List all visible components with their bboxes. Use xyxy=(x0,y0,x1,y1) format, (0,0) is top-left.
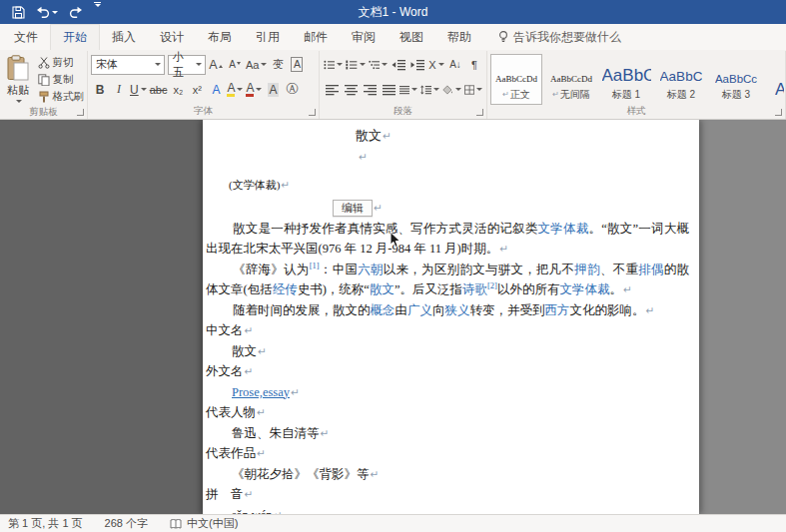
tab-home[interactable]: 开始 xyxy=(50,24,100,50)
text-run[interactable]: ”。后又泛指 xyxy=(394,282,462,296)
page-indicator[interactable]: 第 1 页, 共 1 页 xyxy=(8,516,83,531)
shading-button[interactable] xyxy=(441,79,461,100)
bullets-button[interactable] xyxy=(323,54,344,75)
hyperlink[interactable]: 诗歌 xyxy=(462,282,487,296)
hyperlink[interactable]: 文学体裁 xyxy=(538,222,589,236)
undo-button[interactable] xyxy=(32,2,62,22)
text-run[interactable]: 史书)，统称“ xyxy=(298,282,370,296)
tab-review[interactable]: 审阅 xyxy=(340,24,388,50)
text-run[interactable]: 代表作品 xyxy=(206,446,256,460)
document-page[interactable]: 散文↵↵(文学体裁)↵编辑↵散文是一种抒发作者真情实感、写作方式灵活的记叙类文学… xyxy=(203,120,699,514)
doc-line[interactable]: ↵ xyxy=(358,147,689,168)
text-run[interactable]: 《朝花夕拾》《背影》等 xyxy=(232,467,370,481)
grow-font-button[interactable]: A xyxy=(207,54,225,75)
text-run[interactable]: 散文 xyxy=(356,128,382,143)
hyperlink[interactable]: 散文 xyxy=(370,282,394,296)
increase-indent-button[interactable] xyxy=(408,54,426,75)
styles-dialog-launcher-icon[interactable] xyxy=(775,109,782,116)
hyperlink[interactable]: 广义 xyxy=(407,303,432,317)
text-run[interactable]: 以来，为区别韵文与骈文，把凡不 xyxy=(384,263,575,276)
tab-mailings[interactable]: 邮件 xyxy=(292,24,340,50)
paragraph-dialog-launcher-icon[interactable] xyxy=(476,109,483,116)
hyperlink[interactable]: Prose,essay xyxy=(232,385,290,399)
text-run[interactable]: 以外的所有 xyxy=(497,282,560,296)
justify-button[interactable] xyxy=(380,79,397,100)
tab-references[interactable]: 引用 xyxy=(244,24,292,50)
edit-button[interactable]: 编辑 xyxy=(333,200,373,217)
tab-layout[interactable]: 布局 xyxy=(196,24,244,50)
hyperlink[interactable]: [1] xyxy=(310,260,320,269)
strikethrough-button[interactable]: abc xyxy=(149,79,169,100)
text-run[interactable]: 散文 xyxy=(232,344,257,358)
tab-design[interactable]: 设计 xyxy=(148,24,196,50)
bold-button[interactable]: B xyxy=(91,79,109,100)
sort-button[interactable]: A↓ xyxy=(446,54,464,75)
doc-value[interactable]: Prose,essay↵ xyxy=(232,382,689,403)
style-card-heading1[interactable]: AaBbC标题 1 xyxy=(600,54,652,105)
cut-button[interactable]: 剪切 xyxy=(36,54,87,71)
numbering-button[interactable] xyxy=(345,54,366,75)
font-color-button[interactable]: A xyxy=(245,79,263,100)
line-spacing-button[interactable] xyxy=(419,79,440,100)
hyperlink[interactable]: 概念 xyxy=(371,303,395,317)
text-run[interactable]: 。 xyxy=(609,282,622,296)
style-card-heading2[interactable]: AaBbC标题 2 xyxy=(655,54,707,105)
borders-button[interactable] xyxy=(463,79,483,100)
clipboard-dialog-launcher-icon[interactable] xyxy=(77,109,84,116)
save-button[interactable] xyxy=(8,2,29,22)
doc-subtitle[interactable]: (文学体裁)↵ xyxy=(229,175,689,196)
hyperlink[interactable]: 狭义 xyxy=(445,303,470,317)
word-count[interactable]: 268 个字 xyxy=(105,516,148,531)
text-effects-button[interactable]: A xyxy=(207,79,225,100)
text-run[interactable]: 随着时间的发展，散文的 xyxy=(233,303,371,317)
style-card-normal[interactable]: AaBbCcDd↵正文 xyxy=(490,54,542,105)
doc-value[interactable]: 散文↵ xyxy=(232,341,689,362)
shrink-font-button[interactable]: A xyxy=(226,54,244,75)
doc-label[interactable]: 外文名↵ xyxy=(206,361,689,382)
phonetic-guide-button[interactable]: 变 xyxy=(269,54,287,75)
text-run[interactable]: 向 xyxy=(432,303,445,317)
align-left-button[interactable] xyxy=(323,79,341,100)
decrease-indent-button[interactable] xyxy=(390,54,407,75)
change-case-button[interactable]: Aa xyxy=(245,54,268,75)
text-run[interactable]: 转变，并受到 xyxy=(470,303,545,317)
text-run[interactable]: 中文名 xyxy=(206,323,244,337)
tab-help[interactable]: 帮助 xyxy=(435,24,483,50)
align-center-button[interactable] xyxy=(342,79,360,100)
style-card-partial[interactable]: AaB xyxy=(765,54,784,105)
doc-label[interactable]: 代表作品↵ xyxy=(206,443,689,464)
tab-view[interactable]: 视图 xyxy=(388,24,435,50)
character-shading-button[interactable]: A xyxy=(264,79,282,100)
text-run[interactable]: 由 xyxy=(395,303,408,317)
multilevel-list-button[interactable] xyxy=(368,54,389,75)
show-marks-button[interactable]: ¶ xyxy=(465,54,483,75)
copy-button[interactable]: 复制 xyxy=(36,71,87,88)
enclose-characters-button[interactable]: Ⓐ xyxy=(283,79,301,100)
text-run[interactable]: 文化的影响。 xyxy=(570,303,645,317)
text-run[interactable]: 鲁迅、朱自清等 xyxy=(232,426,320,440)
doc-para[interactable]: 随着时间的发展，散文的概念由广义向狭义转变，并受到西方文化的影响。↵ xyxy=(206,300,689,321)
distribute-button[interactable] xyxy=(398,79,418,100)
font-family-select[interactable]: 宋体 xyxy=(91,55,165,75)
customize-qat-button[interactable] xyxy=(90,2,105,22)
text-run[interactable]: 外文名 xyxy=(206,364,244,378)
text-run[interactable]: ：中国 xyxy=(320,263,359,276)
doc-para[interactable]: 《辞海》认为[1]：中国六朝以来，为区别韵文与骈文，把凡不押韵、不重排偶的散体文… xyxy=(206,260,689,300)
tab-file[interactable]: 文件 xyxy=(2,24,50,50)
paste-button[interactable]: 粘贴 xyxy=(3,53,34,105)
hyperlink[interactable]: 文学体裁 xyxy=(559,282,609,296)
doc-para[interactable]: 散文是一种抒发作者真情实感、写作方式灵活的记叙类文学体裁。“散文”一词大概出现在… xyxy=(206,219,689,260)
underline-button[interactable]: U xyxy=(129,79,148,100)
language-indicator[interactable]: 中文(中国) xyxy=(170,516,238,531)
font-dialog-launcher-icon[interactable] xyxy=(309,109,316,116)
subscript-button[interactable]: x₂ xyxy=(169,79,187,100)
tab-insert[interactable]: 插入 xyxy=(100,24,148,50)
hyperlink[interactable]: [2] xyxy=(487,280,497,290)
text-run[interactable]: 拼 音 xyxy=(206,487,244,501)
hyperlink[interactable]: 六朝 xyxy=(358,263,384,276)
text-run[interactable]: 散文是一种抒发作者真情实感、写作方式灵活的记叙类 xyxy=(233,222,538,236)
doc-label[interactable]: 拼 音↵ xyxy=(206,484,689,505)
superscript-button[interactable]: x² xyxy=(188,79,206,100)
text-run[interactable]: (文学体裁) xyxy=(229,179,280,191)
hyperlink[interactable]: 西方 xyxy=(545,303,570,317)
